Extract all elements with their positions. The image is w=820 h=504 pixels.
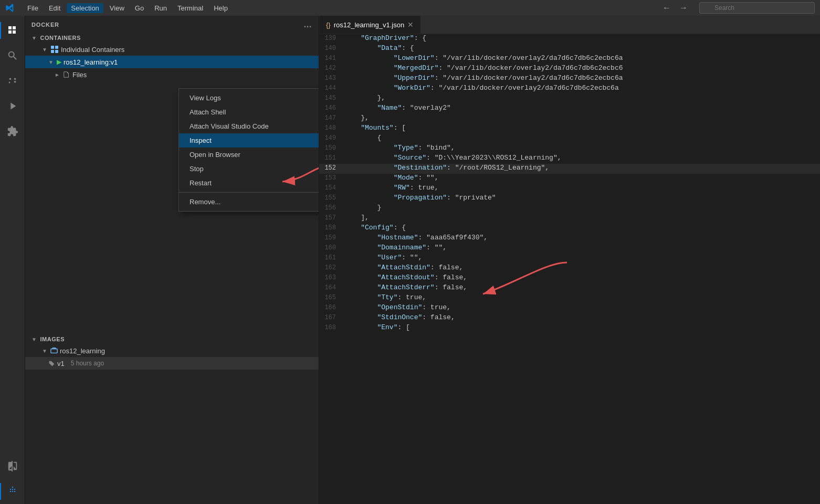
line-number: 168 <box>319 324 344 331</box>
activity-explorer[interactable] <box>0 18 25 43</box>
activity-extensions[interactable] <box>0 119 25 144</box>
context-restart[interactable]: Restart <box>179 176 319 190</box>
tab-close-button[interactable]: ✕ <box>407 20 414 29</box>
line-content: "Config": { <box>344 224 820 232</box>
line-number: 142 <box>319 65 344 72</box>
line-content: "MergedDir": "/var/lib/docker/overlay2/d… <box>344 64 820 72</box>
files-icon <box>63 71 70 78</box>
code-line-156: 156 } <box>319 204 820 214</box>
images-section-label[interactable]: ▼ IMAGES <box>25 333 319 344</box>
menu-file[interactable]: File <box>23 3 43 13</box>
context-remove[interactable]: Remove... <box>179 195 319 209</box>
sidebar-header: DOCKER … <box>25 16 319 32</box>
code-editor[interactable]: 139 "GraphDriver": {140 "Data": {141 "Lo… <box>319 34 820 504</box>
line-number: 147 <box>319 114 344 122</box>
activity-source-control[interactable] <box>0 68 25 93</box>
image-tag-item[interactable]: v1 5 hours ago <box>25 357 319 370</box>
individual-containers-item[interactable]: ▼ Individual Containers <box>25 43 319 56</box>
line-content: "StdinOnce": false, <box>344 313 820 321</box>
line-number: 143 <box>319 75 344 82</box>
line-content: "AttachStdout": false, <box>344 274 820 281</box>
nav-forward[interactable]: → <box>676 3 691 13</box>
search-wrapper: 🔍 <box>699 2 815 14</box>
menu-selection[interactable]: Selection <box>67 3 103 13</box>
line-number: 150 <box>319 144 344 152</box>
code-line-160: 160 "Domainname": "", <box>319 244 820 254</box>
line-content: "RW": true, <box>344 184 820 192</box>
main-layout: DOCKER … ▼ CONTAINERS ▼ Individual Conta… <box>0 16 820 504</box>
code-line-161: 161 "User": "", <box>319 254 820 264</box>
editor-tab-json[interactable]: {} ros12_learning_v1.json ✕ <box>319 16 420 34</box>
svg-rect-0 <box>51 46 54 49</box>
line-number: 148 <box>319 124 344 132</box>
vscode-logo <box>5 3 15 13</box>
line-content: "AttachStderr": false, <box>344 284 820 291</box>
context-attach-vscode[interactable]: Attach Visual Studio Code <box>179 119 319 133</box>
docker-title: DOCKER <box>31 22 59 28</box>
code-line-144: 144 "WorkDir": "/var/lib/docker/overlay2… <box>319 84 820 94</box>
menu-edit[interactable]: Edit <box>45 3 65 13</box>
activity-run[interactable] <box>0 93 25 119</box>
svg-rect-3 <box>55 50 58 53</box>
line-content: "OpenStdin": true, <box>344 303 820 311</box>
code-line-145: 145 }, <box>319 94 820 104</box>
context-stop[interactable]: Stop <box>179 162 319 176</box>
line-number: 152 <box>319 164 344 172</box>
line-number: 153 <box>319 174 344 182</box>
activity-docker[interactable] <box>0 479 25 504</box>
context-open-browser[interactable]: Open in Browser <box>179 148 319 162</box>
line-content: "Propagation": "rprivate" <box>344 194 820 202</box>
context-attach-shell[interactable]: Attach Shell <box>179 105 319 119</box>
line-number: 139 <box>319 35 344 42</box>
image-chevron: ▼ <box>42 348 47 354</box>
menu-terminal[interactable]: Terminal <box>173 3 207 13</box>
individual-containers-chevron: ▼ <box>42 47 47 52</box>
menu-run[interactable]: Run <box>150 3 171 13</box>
images-arrow: ▼ <box>31 337 37 342</box>
line-number: 163 <box>319 274 344 281</box>
code-line-168: 168 "Env": [ <box>319 323 820 333</box>
menu-help[interactable]: Help <box>209 3 232 13</box>
code-line-146: 146 "Name": "overlay2" <box>319 104 820 114</box>
code-line-153: 153 "Mode": "", <box>319 174 820 184</box>
menu-go[interactable]: Go <box>131 3 148 13</box>
code-line-147: 147 }, <box>319 114 820 124</box>
line-content: }, <box>344 114 820 122</box>
line-number: 149 <box>319 134 344 142</box>
context-menu: View Logs Attach Shell Attach Visual Stu… <box>178 88 319 212</box>
image-ros12-item[interactable]: ▼ ros12_learning <box>25 344 319 357</box>
code-line-152: 152 "Destination": "/root/ROS12_Learning… <box>319 164 820 174</box>
image-age: 5 hours ago <box>71 360 104 367</box>
line-number: 146 <box>319 104 344 112</box>
code-line-159: 159 "Hostname": "aaa65af9f430", <box>319 234 820 244</box>
container-ros12-item[interactable]: ▼ ▶ ros12_learning:v1 <box>25 56 319 68</box>
tab-bar: {} ros12_learning_v1.json ✕ <box>319 16 820 34</box>
context-view-logs[interactable]: View Logs <box>179 91 319 105</box>
context-inspect[interactable]: Inspect <box>179 133 319 148</box>
code-line-162: 162 "AttachStdin": false, <box>319 264 820 274</box>
activity-remote[interactable] <box>0 454 25 479</box>
line-content: "AttachStdin": false, <box>344 264 820 271</box>
containers-section-label[interactable]: ▼ CONTAINERS <box>25 32 319 43</box>
line-content: "Name": "overlay2" <box>344 104 820 112</box>
line-content: "Hostname": "aaa65af9f430", <box>344 234 820 242</box>
nav-back[interactable]: ← <box>659 3 674 13</box>
svg-rect-2 <box>51 50 54 53</box>
search-input[interactable] <box>699 2 815 14</box>
line-content: "UpperDir": "/var/lib/docker/overlay2/da… <box>344 74 820 82</box>
tab-json-icon: {} <box>326 21 331 29</box>
menu-view[interactable]: View <box>106 3 129 13</box>
line-number: 140 <box>319 45 344 52</box>
container-files-item[interactable]: ► Files <box>25 68 319 81</box>
code-line-139: 139 "GraphDriver": { <box>319 34 820 44</box>
context-separator <box>179 192 319 193</box>
activity-search[interactable] <box>0 43 25 68</box>
sidebar-more-button[interactable]: … <box>303 20 312 29</box>
code-lines: 139 "GraphDriver": {140 "Data": {141 "Lo… <box>319 34 820 333</box>
line-content: } <box>344 204 820 212</box>
image-name: ros12_learning <box>60 347 105 355</box>
svg-rect-1 <box>55 46 58 49</box>
activity-bar <box>0 16 25 504</box>
container-name: ros12_learning:v1 <box>64 58 118 66</box>
code-line-140: 140 "Data": { <box>319 44 820 54</box>
